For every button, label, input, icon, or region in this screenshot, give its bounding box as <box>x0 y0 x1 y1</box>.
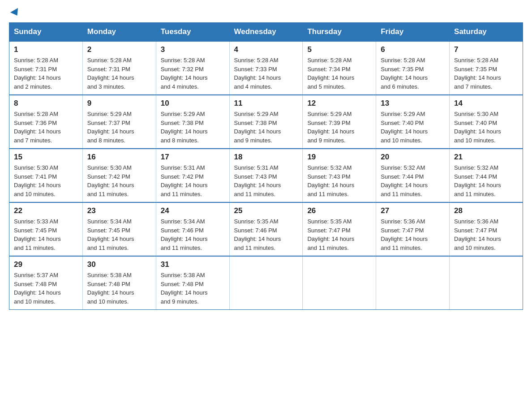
calendar-week-row: 29Sunrise: 5:37 AMSunset: 7:48 PMDayligh… <box>9 256 523 310</box>
calendar-week-row: 1Sunrise: 5:28 AMSunset: 7:31 PMDaylight… <box>9 41 523 95</box>
calendar-cell: 28Sunrise: 5:36 AMSunset: 7:47 PMDayligh… <box>450 202 523 256</box>
day-info: Sunrise: 5:32 AMSunset: 7:44 PMDaylight:… <box>381 163 445 198</box>
day-info: Sunrise: 5:35 AMSunset: 7:47 PMDaylight:… <box>307 217 371 252</box>
day-number: 25 <box>234 206 298 215</box>
day-number: 1 <box>14 45 78 54</box>
calendar-cell: 5Sunrise: 5:28 AMSunset: 7:34 PMDaylight… <box>303 41 376 95</box>
day-info: Sunrise: 5:29 AMSunset: 7:37 PMDaylight:… <box>87 110 151 145</box>
day-number: 8 <box>14 99 78 108</box>
col-tuesday: Tuesday <box>156 23 229 42</box>
day-info: Sunrise: 5:28 AMSunset: 7:33 PMDaylight:… <box>234 56 298 91</box>
day-info: Sunrise: 5:36 AMSunset: 7:47 PMDaylight:… <box>454 217 518 252</box>
day-number: 13 <box>381 99 445 108</box>
day-info: Sunrise: 5:30 AMSunset: 7:41 PMDaylight:… <box>14 163 78 198</box>
calendar-cell: 31Sunrise: 5:38 AMSunset: 7:48 PMDayligh… <box>156 256 229 310</box>
day-info: Sunrise: 5:32 AMSunset: 7:43 PMDaylight:… <box>307 163 371 198</box>
calendar-cell: 13Sunrise: 5:29 AMSunset: 7:40 PMDayligh… <box>376 95 450 149</box>
day-info: Sunrise: 5:29 AMSunset: 7:38 PMDaylight:… <box>161 110 225 145</box>
calendar-cell: 25Sunrise: 5:35 AMSunset: 7:46 PMDayligh… <box>229 202 303 256</box>
col-monday: Monday <box>82 23 156 42</box>
logo-blue-text <box>9 9 20 15</box>
day-info: Sunrise: 5:28 AMSunset: 7:32 PMDaylight:… <box>161 56 225 91</box>
calendar-cell: 19Sunrise: 5:32 AMSunset: 7:43 PMDayligh… <box>303 149 376 202</box>
day-info: Sunrise: 5:31 AMSunset: 7:43 PMDaylight:… <box>234 163 298 198</box>
calendar-cell: 21Sunrise: 5:32 AMSunset: 7:44 PMDayligh… <box>450 149 523 202</box>
day-number: 7 <box>454 45 518 54</box>
calendar-header-row: Sunday Monday Tuesday Wednesday Thursday… <box>9 23 523 42</box>
day-number: 4 <box>234 45 298 54</box>
calendar-cell: 3Sunrise: 5:28 AMSunset: 7:32 PMDaylight… <box>156 41 229 95</box>
calendar-cell <box>303 256 376 310</box>
day-number: 21 <box>454 153 518 162</box>
day-info: Sunrise: 5:28 AMSunset: 7:36 PMDaylight:… <box>14 110 78 145</box>
calendar-week-row: 8Sunrise: 5:28 AMSunset: 7:36 PMDaylight… <box>9 95 523 149</box>
calendar-cell: 15Sunrise: 5:30 AMSunset: 7:41 PMDayligh… <box>9 149 83 202</box>
day-info: Sunrise: 5:30 AMSunset: 7:40 PMDaylight:… <box>454 110 518 145</box>
calendar-cell: 23Sunrise: 5:34 AMSunset: 7:45 PMDayligh… <box>82 202 156 256</box>
day-number: 20 <box>381 153 445 162</box>
day-info: Sunrise: 5:28 AMSunset: 7:35 PMDaylight:… <box>381 56 445 91</box>
day-info: Sunrise: 5:38 AMSunset: 7:48 PMDaylight:… <box>161 271 225 306</box>
col-wednesday: Wednesday <box>229 23 303 42</box>
calendar-cell: 17Sunrise: 5:31 AMSunset: 7:42 PMDayligh… <box>156 149 229 202</box>
calendar-cell: 11Sunrise: 5:29 AMSunset: 7:38 PMDayligh… <box>229 95 303 149</box>
day-number: 2 <box>87 45 151 54</box>
calendar-cell: 9Sunrise: 5:29 AMSunset: 7:37 PMDaylight… <box>82 95 156 149</box>
day-info: Sunrise: 5:28 AMSunset: 7:34 PMDaylight:… <box>307 56 371 91</box>
day-info: Sunrise: 5:37 AMSunset: 7:48 PMDaylight:… <box>14 271 78 306</box>
day-number: 12 <box>307 99 371 108</box>
calendar-cell <box>376 256 450 310</box>
calendar-cell: 6Sunrise: 5:28 AMSunset: 7:35 PMDaylight… <box>376 41 450 95</box>
day-number: 3 <box>161 45 225 54</box>
calendar-cell: 20Sunrise: 5:32 AMSunset: 7:44 PMDayligh… <box>376 149 450 202</box>
day-number: 30 <box>87 260 151 269</box>
day-info: Sunrise: 5:29 AMSunset: 7:39 PMDaylight:… <box>307 110 371 145</box>
day-info: Sunrise: 5:35 AMSunset: 7:46 PMDaylight:… <box>234 217 298 252</box>
day-number: 19 <box>307 153 371 162</box>
logo-arrow-icon <box>10 8 21 18</box>
day-info: Sunrise: 5:29 AMSunset: 7:38 PMDaylight:… <box>234 110 298 145</box>
day-number: 15 <box>14 153 78 162</box>
calendar-cell: 30Sunrise: 5:38 AMSunset: 7:48 PMDayligh… <box>82 256 156 310</box>
day-info: Sunrise: 5:28 AMSunset: 7:31 PMDaylight:… <box>87 56 151 91</box>
day-number: 29 <box>14 260 78 269</box>
calendar-cell: 27Sunrise: 5:36 AMSunset: 7:47 PMDayligh… <box>376 202 450 256</box>
day-info: Sunrise: 5:28 AMSunset: 7:31 PMDaylight:… <box>14 56 78 91</box>
day-number: 31 <box>161 260 225 269</box>
calendar-cell: 29Sunrise: 5:37 AMSunset: 7:48 PMDayligh… <box>9 256 83 310</box>
col-friday: Friday <box>376 23 450 42</box>
calendar-cell: 7Sunrise: 5:28 AMSunset: 7:35 PMDaylight… <box>450 41 523 95</box>
calendar-cell: 16Sunrise: 5:30 AMSunset: 7:42 PMDayligh… <box>82 149 156 202</box>
calendar-cell: 26Sunrise: 5:35 AMSunset: 7:47 PMDayligh… <box>303 202 376 256</box>
day-number: 22 <box>14 206 78 215</box>
calendar-cell: 18Sunrise: 5:31 AMSunset: 7:43 PMDayligh… <box>229 149 303 202</box>
calendar-cell: 22Sunrise: 5:33 AMSunset: 7:45 PMDayligh… <box>9 202 83 256</box>
calendar-cell: 12Sunrise: 5:29 AMSunset: 7:39 PMDayligh… <box>303 95 376 149</box>
day-number: 14 <box>454 99 518 108</box>
day-info: Sunrise: 5:38 AMSunset: 7:48 PMDaylight:… <box>87 271 151 306</box>
day-info: Sunrise: 5:31 AMSunset: 7:42 PMDaylight:… <box>161 163 225 198</box>
calendar-cell: 8Sunrise: 5:28 AMSunset: 7:36 PMDaylight… <box>9 95 83 149</box>
day-number: 5 <box>307 45 371 54</box>
calendar-cell: 24Sunrise: 5:34 AMSunset: 7:46 PMDayligh… <box>156 202 229 256</box>
col-saturday: Saturday <box>450 23 523 42</box>
day-number: 17 <box>161 153 225 162</box>
day-info: Sunrise: 5:34 AMSunset: 7:46 PMDaylight:… <box>161 217 225 252</box>
logo <box>9 9 20 15</box>
calendar-cell: 1Sunrise: 5:28 AMSunset: 7:31 PMDaylight… <box>9 41 83 95</box>
day-info: Sunrise: 5:28 AMSunset: 7:35 PMDaylight:… <box>454 56 518 91</box>
day-number: 23 <box>87 206 151 215</box>
day-number: 6 <box>381 45 445 54</box>
day-number: 9 <box>87 99 151 108</box>
calendar-cell: 2Sunrise: 5:28 AMSunset: 7:31 PMDaylight… <box>82 41 156 95</box>
calendar-table: Sunday Monday Tuesday Wednesday Thursday… <box>9 22 523 310</box>
calendar-cell: 10Sunrise: 5:29 AMSunset: 7:38 PMDayligh… <box>156 95 229 149</box>
day-number: 16 <box>87 153 151 162</box>
calendar-cell: 14Sunrise: 5:30 AMSunset: 7:40 PMDayligh… <box>450 95 523 149</box>
day-info: Sunrise: 5:34 AMSunset: 7:45 PMDaylight:… <box>87 217 151 252</box>
calendar-cell <box>229 256 303 310</box>
calendar-week-row: 15Sunrise: 5:30 AMSunset: 7:41 PMDayligh… <box>9 149 523 202</box>
day-number: 26 <box>307 206 371 215</box>
col-thursday: Thursday <box>303 23 376 42</box>
day-info: Sunrise: 5:33 AMSunset: 7:45 PMDaylight:… <box>14 217 78 252</box>
